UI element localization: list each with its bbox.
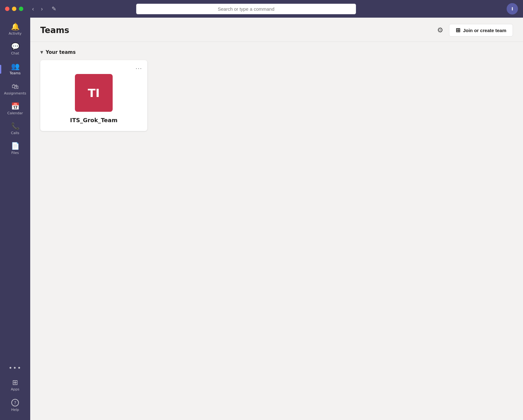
files-icon: 📄 — [11, 143, 20, 150]
sidebar-item-calendar[interactable]: 📅 Calendar — [3, 100, 28, 118]
your-teams-label: Your teams — [46, 49, 76, 55]
sidebar-bottom: ⊞ Apps ? Help — [3, 376, 28, 415]
sidebar-label-chat: Chat — [11, 51, 19, 55]
main-content: Teams ⚙ ⊞ Join or create team ▼ Your tea… — [30, 18, 523, 420]
page-header: Teams ⚙ ⊞ Join or create team — [30, 18, 523, 42]
sidebar-item-chat[interactable]: 💬 Chat — [3, 40, 28, 59]
sidebar: 🔔 Activity 💬 Chat 👥 Teams 🛍 Assignments … — [0, 18, 30, 420]
sidebar-item-teams[interactable]: 👥 Teams — [3, 60, 28, 78]
help-icon: ? — [11, 399, 19, 406]
chat-icon: 💬 — [11, 43, 20, 50]
activity-icon: 🔔 — [11, 23, 20, 30]
titlebar: ‹ › ✎ I — [0, 0, 523, 18]
traffic-lights — [5, 7, 23, 11]
team-name: ITS_Grok_Team — [47, 117, 141, 123]
back-button[interactable]: ‹ — [30, 4, 37, 14]
maximize-button[interactable] — [19, 7, 23, 11]
your-teams-header[interactable]: ▼ Your teams — [40, 49, 513, 55]
forward-button[interactable]: › — [38, 4, 45, 14]
minimize-button[interactable] — [12, 7, 16, 11]
sidebar-label-calendar: Calendar — [7, 111, 23, 115]
sidebar-item-calls[interactable]: 📞 Calls — [3, 120, 28, 138]
sidebar-label-assignments: Assignments — [4, 91, 26, 95]
app-body: 🔔 Activity 💬 Chat 👥 Teams 🛍 Assignments … — [0, 18, 523, 420]
team-card[interactable]: ··· TI ITS_Grok_Team — [40, 60, 147, 131]
join-create-team-button[interactable]: ⊞ Join or create team — [449, 24, 513, 37]
team-card-menu-button[interactable]: ··· — [136, 65, 142, 72]
sidebar-label-activity: Activity — [8, 31, 21, 36]
sidebar-label-calls: Calls — [11, 131, 19, 135]
close-button[interactable] — [5, 7, 9, 11]
header-actions: ⚙ ⊞ Join or create team — [435, 24, 513, 37]
search-bar — [136, 3, 356, 14]
teams-icon: 👥 — [11, 63, 20, 70]
sidebar-label-teams: Teams — [10, 71, 21, 75]
search-input[interactable] — [136, 3, 356, 14]
sidebar-label-apps: Apps — [11, 387, 19, 391]
sidebar-item-files[interactable]: 📄 Files — [3, 139, 28, 158]
sidebar-item-help[interactable]: ? Help — [3, 396, 28, 415]
more-button[interactable]: ••• — [6, 361, 24, 375]
sidebar-item-activity[interactable]: 🔔 Activity — [3, 20, 28, 39]
calendar-icon: 📅 — [11, 103, 20, 110]
nav-buttons: ‹ › — [30, 4, 45, 14]
sidebar-item-assignments[interactable]: 🛍 Assignments — [3, 80, 28, 99]
team-logo: TI — [75, 74, 113, 112]
teams-grid: ··· TI ITS_Grok_Team — [40, 60, 513, 131]
assignments-icon: 🛍 — [12, 83, 19, 90]
apps-icon: ⊞ — [12, 379, 18, 386]
compose-button[interactable]: ✎ — [49, 4, 59, 14]
page-title: Teams — [40, 26, 69, 35]
calls-icon: 📞 — [11, 123, 20, 130]
join-icon: ⊞ — [456, 27, 460, 34]
teams-content: ▼ Your teams ··· TI ITS_Grok_Team — [30, 42, 523, 420]
sidebar-label-help: Help — [11, 408, 19, 412]
settings-button[interactable]: ⚙ — [435, 24, 445, 36]
chevron-down-icon: ▼ — [40, 50, 43, 54]
avatar[interactable]: I — [507, 3, 518, 14]
sidebar-item-apps[interactable]: ⊞ Apps — [3, 376, 28, 394]
join-label: Join or create team — [463, 28, 506, 33]
sidebar-label-files: Files — [11, 151, 19, 155]
